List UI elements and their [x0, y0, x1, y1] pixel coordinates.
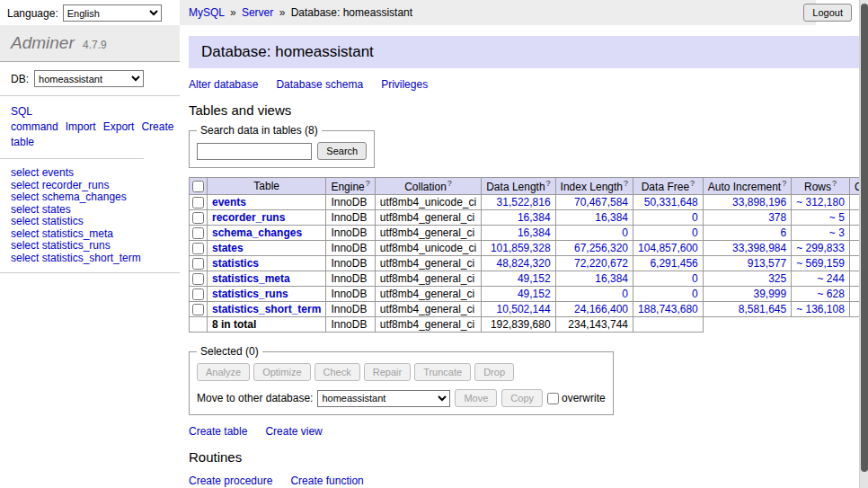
table-link[interactable]: statistics_meta: [212, 272, 290, 285]
table-link[interactable]: statistics: [212, 257, 259, 270]
row-checkbox[interactable]: [192, 212, 204, 224]
scrollbar-thumb[interactable]: [861, 4, 868, 472]
column-help-link[interactable]: ?: [546, 179, 551, 188]
table-link[interactable]: statistics_runs: [212, 288, 288, 300]
index-length-link[interactable]: 16,384: [595, 211, 628, 224]
data-length-link[interactable]: 31,522,816: [497, 196, 551, 209]
auto-increment-link[interactable]: 33,898,196: [732, 196, 786, 209]
link-create-table[interactable]: Create table: [189, 425, 247, 438]
row-checkbox[interactable]: [192, 258, 204, 270]
row-checkbox[interactable]: [192, 243, 204, 254]
data-free-link[interactable]: 0: [692, 226, 698, 239]
table-link[interactable]: states: [212, 242, 244, 254]
link-sql-command[interactable]: SQL command: [11, 105, 58, 133]
data-length-link[interactable]: 49,152: [518, 272, 551, 285]
auto-increment-link[interactable]: 8,581,645: [739, 303, 786, 315]
column-help-link[interactable]: ?: [782, 179, 786, 188]
rows-link[interactable]: ~ 5: [829, 211, 845, 224]
sidebar-table-link[interactable]: select schema_changes: [11, 191, 127, 203]
column-help-link[interactable]: ?: [447, 179, 452, 188]
rows-link[interactable]: ~ 569,159: [796, 257, 845, 270]
repair-button[interactable]: Repair: [364, 363, 411, 381]
data-free-link[interactable]: 104,857,600: [638, 242, 698, 254]
search-input[interactable]: [197, 143, 312, 160]
link-alter-database[interactable]: Alter database: [189, 78, 258, 91]
index-length-link[interactable]: 24,166,400: [574, 303, 628, 315]
overwrite-checkbox[interactable]: [547, 393, 559, 404]
row-checkbox[interactable]: [192, 227, 204, 239]
column-help-link[interactable]: ?: [690, 179, 695, 188]
vertical-scrollbar[interactable]: [859, 0, 868, 488]
link-create-function[interactable]: Create function: [290, 475, 363, 487]
data-length-link[interactable]: 16,384: [518, 226, 551, 239]
row-checkbox[interactable]: [192, 273, 204, 285]
data-free-link[interactable]: 0: [692, 211, 698, 224]
auto-increment-link[interactable]: 913,577: [748, 257, 786, 270]
auto-increment-link[interactable]: 39,999: [753, 288, 786, 300]
rows-link[interactable]: ~ 299,833: [796, 242, 845, 254]
data-free-link[interactable]: 188,743,680: [638, 303, 698, 315]
sidebar-table-link[interactable]: select states: [11, 203, 71, 216]
rows-link[interactable]: ~ 312,180: [796, 196, 845, 209]
auto-increment-link[interactable]: 325: [768, 272, 786, 285]
index-length-link[interactable]: 0: [622, 288, 628, 300]
link-privileges[interactable]: Privileges: [381, 78, 428, 91]
column-help-link[interactable]: ?: [832, 179, 837, 188]
data-length-link[interactable]: 48,824,320: [497, 257, 551, 270]
sidebar-table-link[interactable]: select statistics_meta: [11, 227, 113, 240]
row-checkbox[interactable]: [192, 197, 204, 209]
optimize-button[interactable]: Optimize: [253, 363, 310, 381]
rows-link[interactable]: ~ 136,108: [796, 303, 845, 315]
sidebar-table-link[interactable]: select events: [11, 166, 74, 179]
column-help-link[interactable]: ?: [624, 179, 628, 188]
row-checkbox[interactable]: [192, 288, 204, 300]
analyze-button[interactable]: Analyze: [197, 363, 250, 381]
data-free-link[interactable]: 6,291,456: [650, 257, 697, 270]
table-link[interactable]: schema_changes: [212, 226, 302, 239]
data-length-link[interactable]: 10,502,144: [497, 303, 551, 315]
link-import[interactable]: Import: [66, 120, 96, 133]
logout-button[interactable]: Logout: [803, 4, 852, 22]
sidebar-table-link[interactable]: select statistics_short_term: [11, 252, 141, 264]
drop-button[interactable]: Drop: [474, 363, 514, 381]
index-length-link[interactable]: 72,220,672: [574, 257, 628, 270]
data-length-link[interactable]: 101,859,328: [491, 242, 551, 254]
link-create-procedure[interactable]: Create procedure: [189, 475, 272, 487]
move-db-select[interactable]: homeassistant: [317, 390, 450, 407]
table-link[interactable]: recorder_runs: [212, 211, 285, 224]
data-free-link[interactable]: 0: [692, 272, 698, 285]
search-button[interactable]: Search: [317, 142, 367, 160]
breadcrumb-mysql-link[interactable]: MySQL: [189, 6, 225, 19]
column-help-link[interactable]: ?: [366, 179, 370, 188]
auto-increment-link[interactable]: 33,398,984: [732, 242, 786, 254]
sidebar-table-link[interactable]: select statistics: [11, 215, 84, 227]
link-export[interactable]: Export: [103, 120, 135, 133]
sidebar-table-link[interactable]: select recorder_runs: [11, 179, 109, 191]
move-button[interactable]: Move: [455, 389, 497, 407]
rows-link[interactable]: ~ 244: [818, 272, 845, 285]
truncate-button[interactable]: Truncate: [414, 363, 471, 381]
link-create-view[interactable]: Create view: [265, 425, 322, 438]
table-link[interactable]: statistics_short_term: [212, 303, 321, 315]
rows-link[interactable]: ~ 3: [829, 226, 845, 239]
sidebar-table-link[interactable]: select statistics_runs: [11, 239, 111, 252]
auto-increment-link[interactable]: 378: [768, 211, 786, 224]
index-length-link[interactable]: 16,384: [595, 272, 628, 285]
check-button[interactable]: Check: [314, 363, 360, 381]
link-database-schema[interactable]: Database schema: [276, 78, 363, 91]
index-length-link[interactable]: 0: [622, 226, 628, 239]
table-link[interactable]: events: [212, 196, 246, 209]
auto-increment-link[interactable]: 6: [780, 226, 786, 239]
db-select[interactable]: homeassistant: [34, 70, 144, 87]
index-length-link[interactable]: 67,256,320: [574, 242, 628, 254]
app-logo-link[interactable]: Adminer: [11, 33, 75, 52]
select-all-checkbox[interactable]: [192, 181, 204, 192]
copy-button[interactable]: Copy: [501, 389, 543, 407]
row-checkbox[interactable]: [192, 304, 204, 315]
data-length-link[interactable]: 49,152: [518, 288, 551, 300]
breadcrumb-server-link[interactable]: Server: [242, 6, 273, 19]
data-free-link[interactable]: 0: [692, 288, 698, 300]
rows-link[interactable]: ~ 628: [818, 288, 845, 300]
data-length-link[interactable]: 16,384: [518, 211, 551, 224]
index-length-link[interactable]: 70,467,584: [574, 196, 628, 209]
